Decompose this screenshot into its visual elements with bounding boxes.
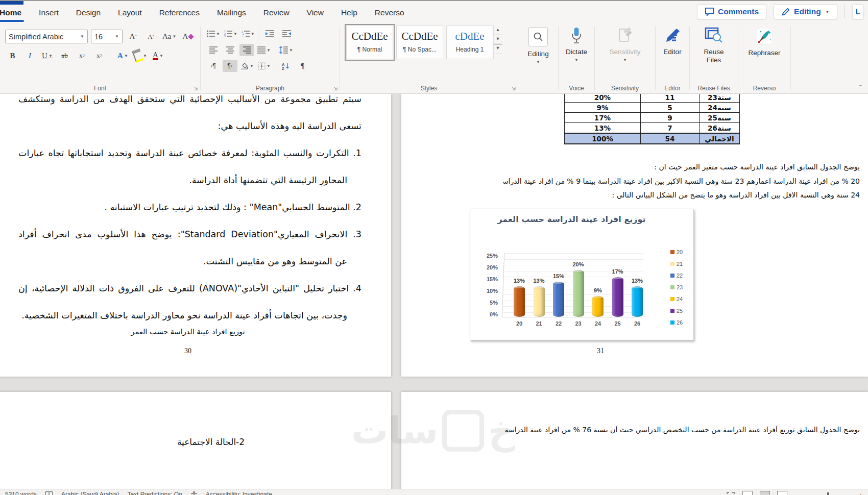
comments-button[interactable]: Comments bbox=[697, 4, 766, 19]
chart-bar-26[interactable] bbox=[632, 286, 643, 317]
text-effects-button[interactable]: A▼ bbox=[115, 50, 130, 62]
bullets-button[interactable]: ▼ bbox=[206, 28, 221, 40]
style-card-0[interactable]: CcDdEe¶ Normal bbox=[346, 26, 393, 59]
chart-legend-item[interactable]: 21 bbox=[670, 261, 683, 267]
gallery-down-icon[interactable]: ▼ bbox=[494, 35, 502, 44]
highlight-color-button[interactable]: ▼ bbox=[133, 50, 148, 62]
tab-home[interactable]: Home bbox=[0, 4, 30, 22]
font-color-button[interactable]: A▼ bbox=[151, 50, 165, 62]
age-distribution-chart[interactable]: توزيع افراد عينة الدراسة حسب العمر 0%5%1… bbox=[470, 209, 694, 340]
ltr-direction-button[interactable]: ›¶ bbox=[206, 60, 221, 72]
tab-design[interactable]: Design bbox=[67, 4, 109, 22]
document-line: سيتم تطبيق مجموعة من الأساليب الإحصائية … bbox=[18, 94, 361, 113]
font-dialog-launcher[interactable]: ⇲ bbox=[194, 86, 198, 91]
text-predictions-status[interactable]: Text Predictions: On bbox=[127, 491, 182, 495]
tab-reverso[interactable]: Reverso bbox=[366, 4, 413, 22]
editor-label: Editor bbox=[663, 48, 681, 56]
styles-dialog-launcher[interactable]: ⇲ bbox=[512, 86, 516, 91]
chart-legend-item[interactable]: 24 bbox=[670, 296, 683, 302]
proofing-book-icon[interactable] bbox=[45, 491, 53, 495]
editing-menu-button[interactable]: Editing ▼ bbox=[518, 22, 558, 93]
align-center-icon bbox=[226, 46, 234, 54]
superscript-button[interactable]: x2 bbox=[92, 50, 107, 62]
age-distribution-table[interactable]: سنة231120%سنة2459%سنة25917%سنة26713%الاج… bbox=[564, 94, 740, 144]
chart-legend-item[interactable]: 22 bbox=[670, 273, 683, 279]
chart-legend-item[interactable]: 23 bbox=[670, 284, 683, 290]
justify-button[interactable]: ▼ bbox=[256, 44, 272, 56]
chart-bar-24[interactable] bbox=[592, 296, 604, 317]
accessibility-status[interactable]: Accessibility: Investigate bbox=[206, 491, 272, 495]
dictate-button[interactable]: Dictate ▼ bbox=[559, 22, 594, 93]
shading-button[interactable]: ▼ bbox=[239, 60, 255, 72]
subscript-button[interactable]: x2 bbox=[75, 50, 89, 62]
paragraph-dialog-launcher[interactable]: ⇲ bbox=[333, 86, 337, 91]
align-center-button[interactable] bbox=[223, 44, 237, 56]
tab-review[interactable]: Review bbox=[255, 4, 298, 22]
print-layout-button[interactable] bbox=[760, 491, 770, 495]
page-31[interactable]: سنة231120%سنة2459%سنة25917%سنة26713%الاج… bbox=[401, 94, 868, 377]
style-card-1[interactable]: CcDdEe¶ No Spac... bbox=[396, 26, 443, 59]
tab-help[interactable]: Help bbox=[332, 4, 366, 22]
chart-legend-item[interactable]: 20 bbox=[670, 249, 683, 255]
zoom-slider-handle[interactable] bbox=[827, 492, 829, 495]
numbered-list-icon: 123 bbox=[224, 30, 232, 37]
gallery-up-icon[interactable]: ▲ bbox=[494, 26, 502, 35]
sort-button[interactable]: AZ bbox=[278, 60, 293, 72]
underline-button[interactable]: U▼ bbox=[40, 50, 55, 62]
zoom-in-icon[interactable]: + bbox=[859, 491, 863, 495]
chart-bar-22[interactable] bbox=[553, 282, 564, 317]
tab-mailings[interactable]: Mailings bbox=[208, 4, 255, 22]
rephraser-button[interactable]: ✦✦✦ Rephraser bbox=[738, 22, 790, 93]
strikethrough-button[interactable]: ab bbox=[57, 50, 72, 62]
editor-button[interactable]: Editor bbox=[656, 22, 689, 93]
numbering-button[interactable]: 123▼ bbox=[223, 28, 238, 40]
editing-mode-button[interactable]: Editing ▼ bbox=[774, 4, 837, 19]
change-case-button[interactable]: Aa▼ bbox=[161, 31, 177, 43]
chart-ytick: 10% bbox=[480, 288, 498, 294]
clear-formatting-button[interactable]: A bbox=[180, 31, 195, 43]
language-status[interactable]: Arabic (Saudi Arabia) bbox=[61, 491, 119, 495]
page-33[interactable]: يوضح الجدول السابق توزيع أفراد عينة الدر… bbox=[401, 392, 868, 495]
align-right-button[interactable] bbox=[239, 44, 254, 56]
multilevel-list-button[interactable]: 1ai▼ bbox=[240, 28, 256, 40]
chart-bar-25[interactable] bbox=[612, 277, 623, 317]
word-count[interactable]: 5310 words bbox=[5, 491, 37, 495]
chart-title: توزيع افراد عينة الدراسة حسب العمر bbox=[470, 214, 673, 224]
focus-icon[interactable] bbox=[726, 491, 735, 495]
collapse-ribbon-icon[interactable]: ⌃ bbox=[858, 84, 863, 90]
shrink-font-button[interactable]: Aˇ bbox=[143, 31, 158, 43]
bold-button[interactable]: B bbox=[5, 50, 20, 62]
italic-button[interactable]: I bbox=[22, 50, 37, 62]
tab-view[interactable]: View bbox=[298, 4, 332, 22]
tab-references[interactable]: References bbox=[151, 4, 208, 22]
tab-layout[interactable]: Layout bbox=[109, 4, 151, 22]
chart-legend-item[interactable]: 25 bbox=[670, 308, 683, 314]
chart-bar-20[interactable] bbox=[514, 286, 525, 317]
align-left-button[interactable] bbox=[206, 44, 221, 56]
chart-bar-23[interactable] bbox=[573, 270, 584, 317]
reverso-group: ✦✦✦ Rephraser Reverso bbox=[738, 22, 790, 93]
font-name-select[interactable]: Simplified Arabic ▼ bbox=[5, 30, 88, 43]
borders-button[interactable]: ▼ bbox=[257, 60, 272, 72]
web-layout-button[interactable] bbox=[777, 491, 787, 495]
read-mode-button[interactable] bbox=[742, 491, 753, 495]
style-card-2[interactable]: cDdEeHeading 1 bbox=[446, 26, 493, 59]
sensitivity-button[interactable]: Sensitivity ▼ bbox=[595, 22, 655, 93]
show-marks-button[interactable]: ¶ bbox=[295, 60, 310, 72]
menu-tabs: HomeInsertDesignLayoutReferencesMailings… bbox=[0, 3, 413, 22]
increase-indent-button[interactable] bbox=[279, 28, 294, 40]
chart-legend-item[interactable]: 26 bbox=[670, 319, 683, 326]
cut-off-button[interactable]: L bbox=[852, 4, 864, 19]
page-32[interactable]: 2-الحالة الاجتماعية bbox=[0, 392, 391, 495]
font-size-select[interactable]: 16 ▼ bbox=[91, 30, 123, 43]
decrease-indent-button[interactable] bbox=[262, 28, 277, 40]
rtl-direction-button[interactable]: ¶‹ bbox=[223, 60, 237, 72]
page-30[interactable]: سيتم تطبيق مجموعة من الأساليب الإحصائية … bbox=[0, 94, 391, 377]
grow-font-button[interactable]: Aˆ bbox=[126, 31, 140, 43]
line-spacing-button[interactable]: ▼ bbox=[278, 44, 294, 56]
tab-insert[interactable]: Insert bbox=[30, 4, 67, 22]
zoom-out-icon[interactable]: − bbox=[794, 491, 799, 495]
chart-bar-21[interactable] bbox=[534, 286, 545, 317]
reuse-files-button[interactable]: Reuse Files bbox=[690, 22, 738, 93]
gallery-expand-icon[interactable]: ▼ bbox=[494, 44, 502, 54]
